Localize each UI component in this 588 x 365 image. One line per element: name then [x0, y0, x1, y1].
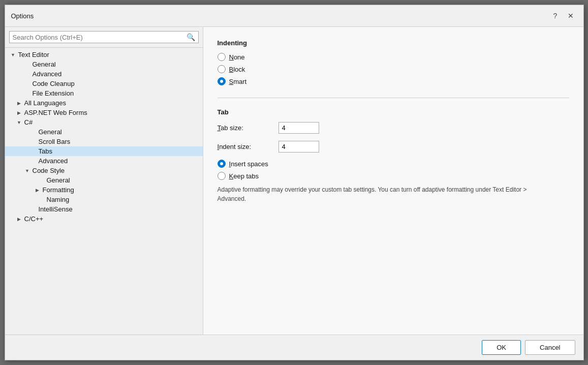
- search-icon: 🔍: [187, 33, 195, 41]
- tab-section: Tab size: Indent size: Insert spaces: [218, 122, 569, 203]
- indent-size-input[interactable]: [278, 141, 319, 153]
- dialog-footer: OK Cancel: [5, 334, 583, 360]
- tree-label: IntelliSense: [38, 205, 73, 213]
- tree-item-code-cleanup[interactable]: Code Cleanup: [5, 79, 203, 88]
- divider: [218, 98, 569, 98]
- adaptive-note: Adaptive formatting may override your cu…: [218, 185, 548, 203]
- toggle-icon: ▶: [34, 188, 42, 193]
- radio-row-smart[interactable]: Smart: [218, 77, 569, 85]
- tree-label: General: [46, 176, 70, 184]
- tree-item-ccpp[interactable]: ▶ C/C++: [5, 214, 203, 224]
- help-button[interactable]: ?: [549, 9, 562, 22]
- toggle-icon: ▶: [15, 110, 23, 115]
- right-panel: Indenting None Block Smart: [203, 27, 583, 334]
- indent-size-label: Indent size:: [218, 143, 278, 150]
- toggle-icon: ▼: [15, 120, 23, 125]
- radio-keep-tabs[interactable]: [218, 172, 226, 180]
- tree-item-csharp-general[interactable]: General: [5, 127, 203, 137]
- tab-size-row: Tab size:: [218, 122, 569, 134]
- tree-item-scroll-bars[interactable]: Scroll Bars: [5, 137, 203, 146]
- tree-label: Advanced: [32, 70, 62, 78]
- tree-label: C/C++: [23, 215, 44, 223]
- indent-size-row: Indent size:: [218, 141, 569, 153]
- radio-inner: [220, 162, 223, 165]
- indenting-section-title: Indenting: [218, 39, 569, 47]
- radio-row-block[interactable]: Block: [218, 65, 569, 73]
- tree-label: C#: [23, 118, 33, 126]
- tree-item-tabs[interactable]: Tabs: [5, 146, 203, 156]
- tree-item-csharp[interactable]: ▼ C#: [5, 117, 203, 127]
- radio-block[interactable]: [218, 65, 226, 73]
- search-input[interactable]: [13, 34, 187, 41]
- tree-item-code-style[interactable]: ▼ Code Style: [5, 166, 203, 175]
- radio-row-keep-tabs[interactable]: Keep tabs: [218, 172, 569, 180]
- toggle-icon: ▼: [9, 52, 17, 57]
- cancel-button[interactable]: Cancel: [525, 340, 575, 355]
- tree-item-naming[interactable]: Naming: [5, 195, 203, 204]
- tree-item-csharp-advanced[interactable]: Advanced: [5, 156, 203, 166]
- tree-label: Naming: [46, 196, 70, 203]
- radio-block-label: Block: [229, 66, 245, 73]
- tree-item-aspnet[interactable]: ▶ ASP.NET Web Forms: [5, 108, 203, 117]
- indenting-radio-group: None Block Smart: [218, 53, 569, 85]
- tab-section-title: Tab: [218, 108, 569, 116]
- radio-insert-spaces[interactable]: [218, 160, 226, 168]
- tree-item-text-editor[interactable]: ▼ Text Editor: [5, 50, 203, 59]
- radio-insert-spaces-label: Insert spaces: [229, 160, 268, 168]
- tree-item-intellisense[interactable]: IntelliSense: [5, 204, 203, 214]
- tree-item-formatting[interactable]: ▶ Formatting: [5, 185, 203, 195]
- tree-item-file-extension[interactable]: File Extension: [5, 88, 203, 98]
- dialog-body: 🔍 ▼ Text Editor General: [5, 27, 583, 334]
- options-dialog: Options ? ✕ 🔍 ▼ Text Editor: [5, 5, 584, 360]
- tree-item-cs-general[interactable]: General: [5, 175, 203, 185]
- radio-row-insert-spaces[interactable]: Insert spaces: [218, 160, 569, 168]
- tree-label: General: [38, 128, 62, 136]
- tree-label: General: [32, 60, 56, 68]
- tree-label: ASP.NET Web Forms: [23, 109, 87, 116]
- toggle-icon: ▼: [23, 168, 32, 173]
- tree-item-advanced[interactable]: Advanced: [5, 69, 203, 79]
- title-bar: Options ? ✕: [5, 5, 583, 27]
- search-input-wrap: 🔍: [9, 31, 199, 43]
- title-bar-controls: ? ✕: [549, 9, 577, 22]
- tree-label: File Extension: [32, 89, 74, 97]
- tree-label: Advanced: [38, 157, 68, 165]
- tree-label: Text Editor: [17, 51, 49, 58]
- radio-inner: [220, 80, 223, 83]
- close-button[interactable]: ✕: [564, 9, 577, 22]
- tree-label: Tabs: [38, 147, 52, 155]
- tree-label: Formatting: [42, 186, 74, 194]
- tab-size-input[interactable]: [278, 122, 319, 134]
- radio-none-label: None: [229, 53, 245, 61]
- tree-item-all-languages[interactable]: ▶ All Languages: [5, 98, 203, 108]
- radio-smart-label: Smart: [229, 78, 247, 85]
- tree-label: All Languages: [23, 99, 66, 107]
- tree-item-general[interactable]: General: [5, 59, 203, 69]
- radio-row-none[interactable]: None: [218, 53, 569, 61]
- radio-none[interactable]: [218, 53, 226, 61]
- tree-label: Scroll Bars: [38, 138, 71, 145]
- toggle-icon: ▶: [15, 217, 23, 222]
- radio-keep-tabs-label: Keep tabs: [229, 172, 259, 180]
- tab-size-label: Tab size:: [218, 124, 278, 132]
- search-bar: 🔍: [5, 27, 203, 48]
- ok-button[interactable]: OK: [482, 340, 521, 355]
- title-bar-left: Options: [11, 12, 34, 20]
- tree-panel: ▼ Text Editor General Advanced: [5, 48, 203, 334]
- tree-label: Code Cleanup: [32, 80, 75, 87]
- radio-smart[interactable]: [218, 77, 226, 85]
- left-panel: 🔍 ▼ Text Editor General: [5, 27, 203, 334]
- dialog-title: Options: [11, 12, 34, 20]
- toggle-icon: ▶: [15, 101, 23, 106]
- tree-label: Code Style: [32, 167, 65, 174]
